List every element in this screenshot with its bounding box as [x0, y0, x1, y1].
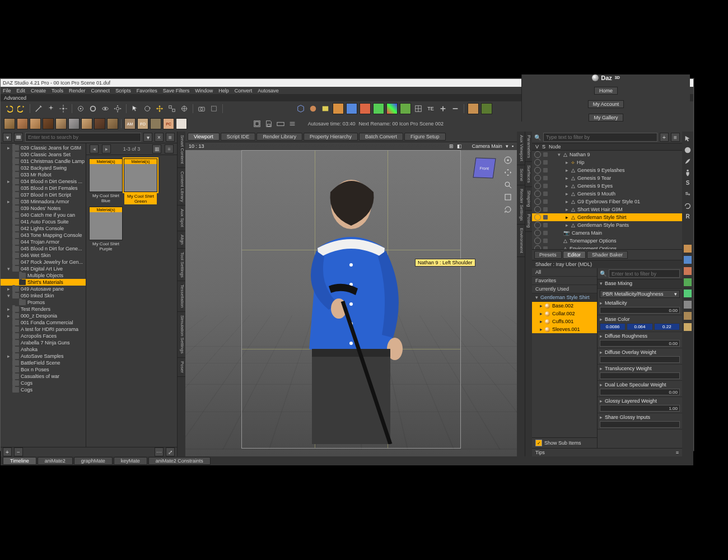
search-dropdown-icon[interactable]: ▾ — [143, 133, 152, 142]
menu-tools[interactable]: Tools — [52, 88, 63, 94]
scene-node[interactable]: ▸△ Genesis 9 Eyes — [532, 182, 682, 190]
gear-icon[interactable] — [113, 104, 123, 114]
visibility-toggle[interactable] — [534, 237, 541, 244]
shader-select[interactable]: PBR Metallicity/Roughness▾ — [600, 290, 680, 298]
swatch-red[interactable] — [360, 103, 371, 114]
material-swatch[interactable] — [94, 118, 105, 129]
side-tab-align[interactable]: Align — [178, 231, 185, 249]
surface-category[interactable]: Favorites — [532, 277, 597, 285]
slider[interactable] — [600, 356, 680, 363]
tab-animate2-constraints[interactable]: aniMate2 Constraints — [148, 457, 211, 465]
surface-item[interactable]: ▸Base.002 — [532, 302, 597, 310]
rotate-tool-icon[interactable] — [142, 104, 152, 114]
menu-window[interactable]: Window — [195, 88, 213, 94]
show-sub-checkbox[interactable]: ✓ — [535, 440, 542, 446]
swatch-olive[interactable] — [481, 103, 492, 114]
palette-icon[interactable] — [684, 312, 692, 320]
surface-category[interactable]: All — [532, 268, 597, 277]
tab-animate2[interactable]: aniMate2 — [38, 457, 73, 465]
tab-viewport[interactable]: Viewport — [188, 133, 220, 141]
side-tab-environment[interactable]: Environment — [517, 225, 525, 257]
visibility-toggle[interactable] — [534, 167, 541, 174]
home-button[interactable]: Home — [594, 87, 618, 95]
side-tab-parameters[interactable]: Parameters — [525, 132, 532, 162]
menu-file[interactable]: File — [3, 88, 11, 94]
tab-figure-setup[interactable]: Figure Setup — [404, 133, 446, 141]
menu-save-filters[interactable]: Save Filters — [163, 88, 190, 94]
viewport[interactable]: 10 : 13 ⊞ ◧ Camera Main ▾ ▪ — [185, 142, 517, 456]
side-tab-poser[interactable]: Poser — [178, 358, 185, 377]
scene-node[interactable]: 📷 Camera Main — [532, 229, 682, 237]
pointer-icon[interactable] — [130, 104, 140, 114]
side-tab-scene[interactable]: Scene — [517, 165, 525, 185]
tree-item[interactable]: Cogs — [1, 386, 86, 393]
burst-icon[interactable] — [58, 104, 68, 114]
tab-script-ide[interactable]: Script IDE — [221, 133, 256, 141]
loop-icon[interactable] — [684, 202, 692, 210]
material-swatch[interactable] — [107, 118, 118, 129]
camera-selector[interactable]: Camera Main — [472, 143, 502, 149]
tab-batch-convert[interactable]: Batch Convert — [359, 133, 403, 141]
menu-render[interactable]: Render — [69, 88, 86, 94]
scene-node[interactable]: △ Environment Options — [532, 245, 682, 250]
fo-swatch[interactable]: FO — [137, 118, 148, 129]
r-icon[interactable]: R — [684, 213, 692, 221]
swatch-orange[interactable] — [333, 103, 344, 114]
visibility-toggle[interactable] — [534, 245, 541, 250]
target-icon[interactable] — [76, 104, 86, 114]
ring-icon[interactable] — [88, 104, 98, 114]
palette-icon[interactable] — [684, 245, 692, 253]
surface-group[interactable]: Gentleman Style Shirt — [540, 295, 590, 300]
scene-tree[interactable]: ▾△ Nathan 9▸⟡ Hip▸△ Genesis 9 Eyelashes▸… — [532, 151, 682, 250]
side-tab-smart-content[interactable]: Smart Content — [178, 132, 185, 168]
visibility-toggle[interactable] — [534, 151, 541, 158]
menu-icon[interactable]: ≡ — [166, 133, 175, 142]
figure-icon[interactable] — [684, 169, 692, 176]
scene-node[interactable]: △ Tonemapper Options — [532, 237, 682, 245]
side-tab-aux-spot[interactable]: Aux Spot — [178, 206, 185, 231]
slider[interactable]: 0.00 — [600, 389, 680, 395]
menu-convert[interactable]: Convert — [235, 88, 253, 94]
clear-icon[interactable]: × — [155, 133, 164, 142]
options-icon[interactable]: ⋯ — [155, 447, 164, 456]
nav-cube[interactable]: Front — [473, 158, 496, 179]
redo-icon[interactable] — [16, 104, 26, 114]
plus-icon[interactable] — [438, 104, 448, 114]
viewport-options-icon[interactable]: ⊞ — [449, 143, 454, 149]
visibility-toggle[interactable] — [534, 206, 541, 213]
list-view-icon[interactable]: ≡ — [165, 144, 174, 153]
scene-node[interactable]: ▸△ G9 Eyebrows Fiber Style 01 — [532, 198, 682, 206]
sphere-icon[interactable] — [308, 104, 318, 114]
menu-favorites[interactable]: Favorites — [137, 88, 157, 94]
tab-render-library[interactable]: Render Library — [256, 133, 302, 141]
cube-icon[interactable] — [296, 104, 306, 114]
material-swatch[interactable] — [55, 118, 67, 129]
color-g[interactable]: 0.064 — [627, 323, 652, 330]
select-header-icon[interactable]: S — [542, 144, 545, 150]
layout-icon[interactable] — [252, 119, 262, 129]
tab-presets[interactable]: Presets — [534, 251, 562, 259]
material-swatch[interactable] — [43, 118, 54, 129]
s-icon[interactable]: S — [684, 180, 692, 188]
prev-page-icon[interactable]: ◂ — [90, 144, 99, 153]
visibility-toggle[interactable] — [534, 198, 541, 205]
tips-label[interactable]: Tips — [535, 450, 545, 455]
sparkle-icon[interactable] — [46, 104, 56, 114]
tab-shader-baker[interactable]: Shader Baker — [587, 251, 628, 259]
universal-tool-icon[interactable] — [179, 104, 189, 114]
am-swatch[interactable]: AM — [124, 118, 136, 129]
thumbnail[interactable]: Material(s)My Cool Shirt Purple — [90, 207, 122, 251]
tab-property-hierarchy[interactable]: Property Hierarchy — [304, 133, 358, 141]
side-tab-posing[interactable]: Posing — [525, 211, 532, 231]
side-tab-render-settings[interactable]: Render Settings — [517, 185, 525, 225]
orbit-icon[interactable] — [100, 104, 110, 114]
sphere-icon[interactable] — [684, 146, 692, 154]
swatch-rgb[interactable] — [386, 103, 398, 114]
tab-editor[interactable]: Editor — [563, 251, 586, 259]
material-swatch[interactable] — [81, 118, 92, 129]
visibility-toggle[interactable] — [534, 159, 541, 166]
tree-item[interactable]: ▾050 Inked Skin — [1, 292, 86, 299]
chevron-down-icon[interactable]: ▾ — [3, 133, 12, 142]
orbit-icon[interactable] — [503, 156, 512, 165]
sa-icon[interactable]: Sₐ — [684, 191, 692, 199]
